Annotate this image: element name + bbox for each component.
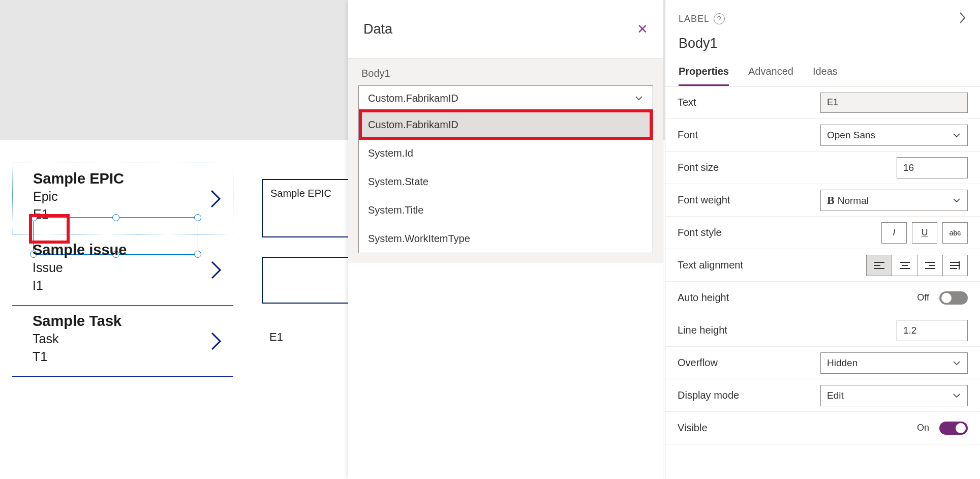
list-item-subtitle: Epic — [33, 189, 221, 204]
list-item[interactable]: Sample EPIC Epic E1 — [12, 163, 233, 234]
dropdown-option[interactable]: System.Title — [359, 196, 653, 224]
tabs: Properties Advanced Ideas — [665, 66, 980, 86]
dropdown-option[interactable]: System.State — [359, 167, 653, 196]
properties-panel: LABEL ? Body1 Properties Advanced Ideas … — [665, 0, 980, 479]
data-panel-title: Data — [363, 21, 392, 37]
list-item-title: Sample EPIC — [33, 170, 221, 187]
fontsize-input[interactable]: 16 — [897, 157, 968, 178]
help-icon[interactable]: ? — [714, 13, 725, 24]
prop-row-overflow: Overflow Hidden — [665, 347, 980, 379]
tab-properties[interactable]: Properties — [679, 66, 729, 86]
chevron-right-icon[interactable] — [209, 189, 223, 209]
align-right-button[interactable] — [917, 255, 942, 276]
properties-list: Text E1 Font Open Sans Font size 16 Font… — [665, 86, 980, 444]
control-name: Body1 — [679, 36, 967, 51]
prop-row-displaymode: Display mode Edit — [665, 379, 980, 412]
chevron-down-icon — [952, 196, 961, 205]
visible-toggle[interactable] — [939, 422, 968, 435]
chevron-right-icon[interactable] — [959, 11, 967, 26]
data-field-label: Body1 — [348, 58, 663, 85]
list-item[interactable]: Sample Task Task T1 — [12, 306, 233, 377]
prop-row-lineheight: Line height 1.2 — [665, 314, 980, 347]
close-icon[interactable]: ✕ — [637, 21, 648, 37]
chevron-down-icon — [952, 391, 961, 400]
prop-row-fontstyle: Font style I U abc — [665, 217, 980, 249]
field-dropdown: Custom.FabrikamID Custom.FabrikamID Syst… — [358, 85, 653, 253]
list-item-subtitle: Task — [33, 332, 221, 346]
chevron-right-icon[interactable] — [210, 331, 223, 351]
dropdown-option[interactable]: System.WorkItemType — [359, 224, 653, 253]
tab-ideas[interactable]: Ideas — [813, 66, 838, 86]
dropdown-list: Custom.FabrikamID System.Id System.State… — [359, 110, 653, 253]
list-item[interactable]: Sample issue Issue I1 — [12, 234, 233, 306]
tab-advanced[interactable]: Advanced — [748, 66, 793, 86]
autoheight-toggle[interactable] — [939, 291, 968, 305]
bold-icon: B — [827, 194, 835, 206]
gallery-list: Sample EPIC Epic E1 Sample issue Issue I… — [12, 163, 233, 377]
underline-button[interactable]: U — [912, 222, 937, 244]
properties-header: LABEL ? Body1 — [665, 0, 980, 51]
prop-row-visible: Visible On — [665, 412, 980, 444]
data-panel-header: Data ✕ — [348, 0, 663, 58]
list-item-title: Sample Task — [33, 313, 221, 330]
lineheight-input[interactable]: 1.2 — [897, 320, 968, 341]
fontweight-select[interactable]: BNormal — [820, 190, 968, 211]
displaymode-select[interactable]: Edit — [820, 385, 968, 406]
prop-row-fontweight: Font weight BNormal — [665, 184, 980, 217]
align-left-button[interactable] — [866, 255, 892, 276]
chevron-down-icon — [952, 358, 961, 368]
chevron-down-icon — [952, 131, 961, 140]
dropdown-wrap: Custom.FabrikamID Custom.FabrikamID Syst… — [348, 85, 663, 263]
control-type-label: LABEL ? — [679, 13, 725, 24]
prop-row-align: Text alignment — [665, 249, 980, 282]
prop-row-font: Font Open Sans — [665, 119, 980, 152]
prop-row-text: Text E1 — [665, 86, 980, 119]
strikethrough-button[interactable]: abc — [942, 222, 968, 244]
chevron-right-icon[interactable] — [210, 260, 223, 280]
dropdown-option[interactable]: System.Id — [359, 139, 653, 167]
list-item-title: Sample issue — [33, 242, 221, 258]
prop-row-autoheight: Auto height Off — [665, 282, 980, 314]
list-item-subtitle: Issue — [33, 260, 221, 275]
data-panel: Data ✕ Body1 Custom.FabrikamID Custom.Fa… — [348, 0, 663, 479]
prop-row-fontsize: Font size 16 — [665, 152, 980, 184]
overflow-select[interactable]: Hidden — [820, 352, 968, 374]
chevron-down-icon — [634, 94, 644, 103]
font-select[interactable]: Open Sans — [820, 125, 968, 146]
list-item-body: I1 — [33, 278, 221, 293]
dropdown-option[interactable]: Custom.FabrikamID — [359, 110, 653, 139]
text-input[interactable]: E1 — [820, 93, 968, 113]
italic-button[interactable]: I — [881, 222, 907, 244]
align-center-button[interactable] — [892, 255, 917, 276]
align-justify-button[interactable] — [942, 255, 968, 276]
list-item-body: T1 — [33, 349, 221, 364]
dropdown-selected[interactable]: Custom.FabrikamID — [359, 86, 653, 110]
